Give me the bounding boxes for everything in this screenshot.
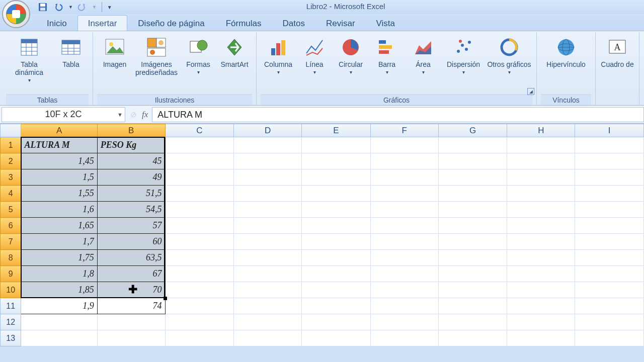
column-header-H[interactable]: H: [507, 124, 575, 137]
cell-C2[interactable]: [165, 153, 234, 169]
row-header-9[interactable]: 9: [1, 266, 21, 282]
save-button[interactable]: [36, 2, 49, 13]
cell-A7[interactable]: 1,7: [21, 234, 97, 250]
select-all-corner[interactable]: [1, 124, 21, 137]
cell-G12[interactable]: [438, 314, 507, 330]
cell-B8[interactable]: 63,5: [97, 250, 165, 266]
row-header-7[interactable]: 7: [1, 234, 21, 250]
cell-H5[interactable]: [507, 202, 575, 218]
row-header-6[interactable]: 6: [1, 218, 21, 234]
row-header-10[interactable]: 10: [1, 282, 21, 298]
cell-G9[interactable]: [438, 266, 507, 282]
shapes-button[interactable]: Formas: [181, 34, 216, 77]
cell-B9[interactable]: 67: [97, 266, 165, 282]
cell-B4[interactable]: 51,5: [97, 186, 165, 202]
cell-A8[interactable]: 1,75: [21, 250, 97, 266]
ribbon-tab-fórmulas[interactable]: Fórmulas: [215, 15, 272, 31]
cell-I11[interactable]: [575, 298, 644, 314]
scatter-button[interactable]: Dispersión: [442, 34, 485, 77]
cell-B7[interactable]: 60: [97, 234, 165, 250]
cell-H12[interactable]: [507, 314, 575, 330]
cell-F10[interactable]: [370, 282, 438, 298]
cell-F4[interactable]: [370, 186, 438, 202]
cell-I5[interactable]: [575, 202, 644, 218]
cell-B1[interactable]: PESO Kg: [97, 137, 165, 153]
cell-H8[interactable]: [507, 250, 575, 266]
cell-I2[interactable]: [575, 153, 644, 169]
cell-F7[interactable]: [370, 234, 438, 250]
cell-H3[interactable]: [507, 169, 575, 186]
cell-F1[interactable]: [370, 137, 438, 153]
redo-button[interactable]: [76, 2, 89, 13]
undo-button[interactable]: [52, 2, 65, 13]
cell-A5[interactable]: 1,6: [21, 202, 97, 218]
row-header-2[interactable]: 2: [1, 153, 21, 169]
cell-D9[interactable]: [234, 266, 302, 282]
cell-C5[interactable]: [165, 202, 234, 218]
row-header-4[interactable]: 4: [1, 186, 21, 202]
cell-I8[interactable]: [575, 250, 644, 266]
cell-H10[interactable]: [507, 282, 575, 298]
column-header-F[interactable]: F: [370, 124, 438, 137]
pivot-table-button[interactable]: Tabla dinámica: [6, 34, 52, 85]
column-header-G[interactable]: G: [438, 124, 507, 137]
cell-A13[interactable]: [21, 330, 97, 346]
cell-F13[interactable]: [370, 330, 438, 346]
clipart-button[interactable]: Imágenes prediseñadas: [133, 34, 180, 78]
cell-E3[interactable]: [302, 169, 371, 186]
ribbon-tab-insertar[interactable]: Insertar: [77, 15, 128, 31]
cell-C11[interactable]: [165, 298, 234, 314]
table-button[interactable]: Tabla: [53, 34, 89, 70]
cell-E11[interactable]: [302, 298, 371, 314]
ribbon-tab-diseño-de-página[interactable]: Diseño de página: [127, 15, 215, 31]
cell-D6[interactable]: [234, 218, 302, 234]
cell-G7[interactable]: [438, 234, 507, 250]
ribbon-tab-datos[interactable]: Datos: [272, 15, 315, 31]
column-header-I[interactable]: I: [575, 124, 644, 137]
cell-I13[interactable]: [575, 330, 644, 346]
row-header-1[interactable]: 1: [1, 137, 21, 153]
cell-H2[interactable]: [507, 153, 575, 169]
cell-D3[interactable]: [234, 169, 302, 186]
cell-F11[interactable]: [370, 298, 438, 314]
cell-G8[interactable]: [438, 250, 507, 266]
cell-C8[interactable]: [165, 250, 234, 266]
column-header-B[interactable]: B: [97, 124, 165, 137]
cell-F6[interactable]: [370, 218, 438, 234]
cell-F8[interactable]: [370, 250, 438, 266]
cell-E2[interactable]: [302, 153, 371, 169]
cell-D8[interactable]: [234, 250, 302, 266]
cell-B5[interactable]: 54,5: [97, 202, 165, 218]
cell-D1[interactable]: [234, 137, 302, 153]
column-header-D[interactable]: D: [234, 124, 302, 137]
cell-H6[interactable]: [507, 218, 575, 234]
row-header-11[interactable]: 11: [1, 298, 21, 314]
name-box[interactable]: 10F x 2C ▼: [2, 107, 125, 122]
cell-E4[interactable]: [302, 186, 371, 202]
image-button[interactable]: Imagen: [97, 34, 132, 70]
ribbon-tab-revisar[interactable]: Revisar: [315, 15, 366, 31]
cell-E12[interactable]: [302, 314, 371, 330]
cell-H1[interactable]: [507, 137, 575, 153]
row-header-12[interactable]: 12: [1, 314, 21, 330]
pie-button[interactable]: Circular: [333, 34, 368, 77]
cell-I7[interactable]: [575, 234, 644, 250]
cell-G3[interactable]: [438, 169, 507, 186]
office-button[interactable]: [2, 0, 30, 28]
cell-A12[interactable]: [21, 314, 97, 330]
cell-F9[interactable]: [370, 266, 438, 282]
cell-B10[interactable]: 70: [97, 282, 165, 298]
cell-I6[interactable]: [575, 218, 644, 234]
cell-H7[interactable]: [507, 234, 575, 250]
cell-D11[interactable]: [234, 298, 302, 314]
cell-A2[interactable]: 1,45: [21, 153, 97, 169]
cell-C13[interactable]: [165, 330, 234, 346]
cell-E13[interactable]: [302, 330, 371, 346]
cell-G11[interactable]: [438, 298, 507, 314]
cell-B6[interactable]: 57: [97, 218, 165, 234]
smartart-button[interactable]: SmartArt: [217, 34, 252, 70]
line-button[interactable]: Línea: [297, 34, 332, 77]
cell-E10[interactable]: [302, 282, 371, 298]
chevron-down-icon[interactable]: ▼: [117, 112, 123, 118]
row-header-8[interactable]: 8: [1, 250, 21, 266]
